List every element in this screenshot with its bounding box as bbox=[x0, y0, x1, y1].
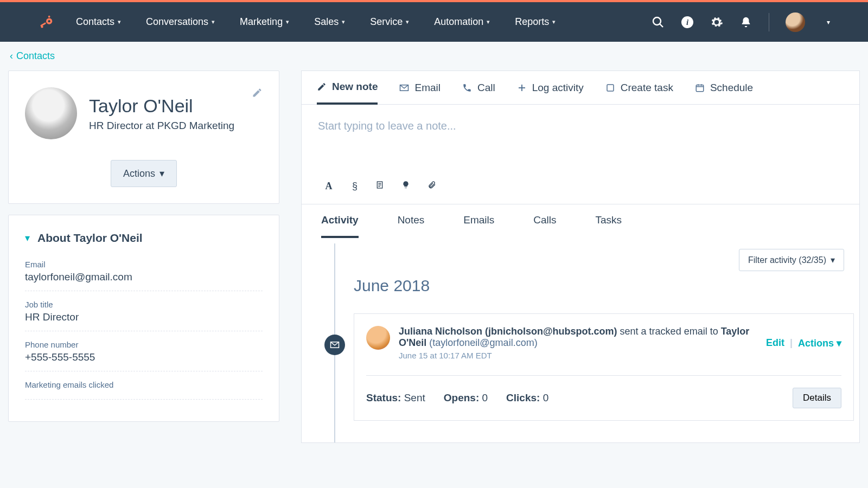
event-details-button[interactable]: Details bbox=[793, 388, 841, 408]
chevron-down-icon: ▾ bbox=[487, 18, 490, 25]
event-stats: Status: Sent Opens: 0 Clicks: 0 Details bbox=[366, 375, 841, 408]
calendar-icon bbox=[695, 83, 705, 93]
nav-automation[interactable]: Automation▾ bbox=[434, 16, 490, 28]
activity-tabs: Activity Notes Emails Calls Tasks bbox=[302, 204, 859, 238]
field-value: HR Director bbox=[25, 311, 263, 323]
note-editor[interactable]: Start typing to leave a note... bbox=[302, 105, 859, 181]
activity-event-card: Juliana Nicholson (jbnicholson@hubspot.c… bbox=[354, 313, 854, 421]
chevron-down-icon: ▾ bbox=[831, 255, 835, 265]
chevron-down-icon: ▾ bbox=[212, 18, 215, 25]
idea-lightbulb-icon[interactable] bbox=[401, 181, 412, 192]
field-label: Marketing emails clicked bbox=[25, 380, 263, 389]
field-email[interactable]: Email taylorfoneil@gmail.com bbox=[25, 256, 263, 291]
tab-schedule[interactable]: Schedule bbox=[695, 81, 753, 104]
field-label: Job title bbox=[25, 300, 263, 309]
tab-new-note[interactable]: New note bbox=[317, 81, 378, 105]
tab-call[interactable]: Call bbox=[462, 81, 495, 104]
svg-point-9 bbox=[715, 21, 718, 24]
email-icon bbox=[399, 83, 409, 93]
settings-gear-icon[interactable] bbox=[710, 16, 723, 29]
svg-rect-12 bbox=[607, 85, 614, 91]
phone-icon bbox=[462, 83, 472, 93]
note-edit-icon bbox=[317, 82, 327, 92]
breadcrumb-contacts-link[interactable]: ‹Contacts bbox=[10, 50, 55, 61]
contact-name: Taylor O'Neil bbox=[89, 95, 234, 117]
caret-down-icon: ▾ bbox=[159, 168, 164, 179]
svg-point-4 bbox=[48, 15, 50, 17]
tab-create-task[interactable]: Create task bbox=[605, 81, 673, 104]
field-job-title[interactable]: Job title HR Director bbox=[25, 297, 263, 331]
timeline-email-node-icon bbox=[324, 335, 345, 355]
tab-log-activity[interactable]: Log activity bbox=[517, 81, 584, 104]
contact-avatar[interactable] bbox=[25, 87, 77, 139]
chevron-down-icon: ▾ bbox=[25, 232, 30, 244]
tab-email[interactable]: Email bbox=[399, 81, 441, 104]
main-navbar: Contacts▾ Conversations▾ Marketing▾ Sale… bbox=[0, 2, 868, 42]
field-marketing-emails-clicked[interactable]: Marketing emails clicked bbox=[25, 377, 263, 400]
svg-rect-13 bbox=[696, 85, 704, 91]
filter-activity-button[interactable]: Filter activity (32/35)▾ bbox=[739, 249, 844, 271]
tab-emails[interactable]: Emails bbox=[463, 214, 494, 238]
field-phone[interactable]: Phone number +555-555-5555 bbox=[25, 337, 263, 371]
chevron-down-icon: ▾ bbox=[406, 18, 409, 25]
info-icon[interactable]: i bbox=[681, 16, 694, 29]
edit-pencil-icon[interactable] bbox=[252, 87, 263, 98]
breadcrumb: ‹Contacts bbox=[0, 42, 868, 70]
contact-actions-button[interactable]: Actions▾ bbox=[111, 160, 177, 187]
svg-point-3 bbox=[41, 25, 43, 28]
chevron-down-icon: ▾ bbox=[552, 18, 556, 25]
chevron-down-icon[interactable]: ▾ bbox=[827, 18, 830, 26]
chevron-down-icon: ▾ bbox=[342, 18, 345, 25]
field-value: +555-555-5555 bbox=[25, 351, 263, 363]
nav-right: i ▾ bbox=[652, 12, 830, 32]
event-timestamp: June 15 at 10:17 AM EDT bbox=[399, 351, 757, 360]
activity-timeline: Filter activity (32/35)▾ June 2018 Julia… bbox=[302, 238, 859, 442]
tab-activity[interactable]: Activity bbox=[321, 214, 359, 238]
event-edit-link[interactable]: Edit bbox=[766, 337, 784, 349]
tab-notes[interactable]: Notes bbox=[398, 214, 425, 238]
notifications-bell-icon[interactable] bbox=[739, 16, 752, 29]
plus-icon bbox=[517, 83, 527, 93]
hubspot-logo-icon[interactable] bbox=[38, 14, 54, 30]
svg-line-6 bbox=[660, 24, 663, 27]
nav-service[interactable]: Service▾ bbox=[370, 16, 409, 28]
task-icon bbox=[605, 83, 615, 93]
svg-point-2 bbox=[48, 20, 50, 22]
nav-menu: Contacts▾ Conversations▾ Marketing▾ Sale… bbox=[76, 16, 652, 28]
about-title: About Taylor O'Neil bbox=[37, 232, 143, 245]
note-placeholder: Start typing to leave a note... bbox=[318, 120, 843, 132]
editor-toolbar: A § bbox=[302, 181, 859, 204]
svg-point-5 bbox=[653, 17, 661, 25]
event-actions-dropdown[interactable]: Actions ▾ bbox=[798, 337, 841, 349]
chevron-left-icon: ‹ bbox=[10, 50, 13, 61]
chevron-down-icon: ▾ bbox=[286, 18, 289, 25]
contact-profile-card: Taylor O'Neil HR Director at PKGD Market… bbox=[8, 70, 279, 204]
attachment-paperclip-icon[interactable] bbox=[427, 181, 438, 192]
field-value: taylorfoneil@gmail.com bbox=[25, 271, 263, 283]
timeline-month: June 2018 bbox=[354, 277, 854, 295]
document-icon[interactable] bbox=[375, 181, 386, 192]
tab-calls[interactable]: Calls bbox=[533, 214, 556, 238]
about-header[interactable]: ▾ About Taylor O'Neil bbox=[25, 232, 263, 245]
link-icon[interactable]: § bbox=[349, 181, 360, 192]
about-card: ▾ About Taylor O'Neil Email taylorfoneil… bbox=[8, 215, 279, 422]
event-description: Juliana Nicholson (jbnicholson@hubspot.c… bbox=[399, 326, 757, 360]
compose-tabs: New note Email Call Log activity Create … bbox=[302, 71, 859, 105]
search-icon[interactable] bbox=[652, 16, 665, 29]
nav-divider bbox=[769, 13, 769, 31]
nav-sales[interactable]: Sales▾ bbox=[314, 16, 345, 28]
activity-panel: New note Email Call Log activity Create … bbox=[301, 70, 860, 443]
nav-contacts[interactable]: Contacts▾ bbox=[76, 16, 121, 28]
nav-marketing[interactable]: Marketing▾ bbox=[240, 16, 289, 28]
chevron-down-icon: ▾ bbox=[118, 18, 121, 25]
contact-subtitle: HR Director at PKGD Marketing bbox=[89, 120, 234, 132]
field-label: Email bbox=[25, 260, 263, 269]
text-format-icon[interactable]: A bbox=[323, 181, 334, 192]
nav-conversations[interactable]: Conversations▾ bbox=[146, 16, 215, 28]
nav-reports[interactable]: Reports▾ bbox=[515, 16, 556, 28]
separator: | bbox=[790, 337, 793, 349]
svg-rect-1 bbox=[40, 22, 46, 27]
tab-tasks[interactable]: Tasks bbox=[596, 214, 622, 238]
user-avatar[interactable] bbox=[786, 12, 805, 32]
event-sender-avatar[interactable] bbox=[366, 326, 390, 350]
